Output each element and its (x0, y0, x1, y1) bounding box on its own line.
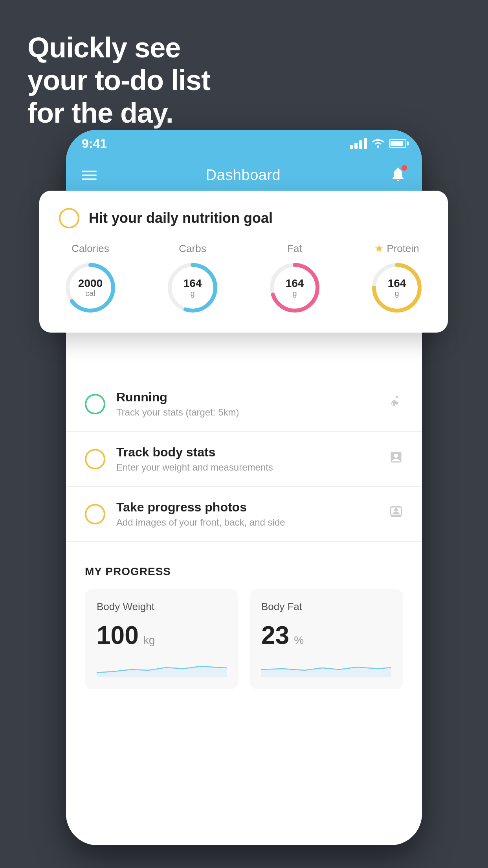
ring-carbs: Carbs 164 g (165, 243, 220, 315)
status-bar: 9:41 (66, 130, 422, 157)
hero-text: Quickly see your to-do list for the day. (28, 31, 210, 129)
nutrition-rings: Calories 2000 cal Carbs (59, 243, 428, 315)
wifi-icon (372, 137, 384, 151)
ring-protein: ★ Protein 164 g (369, 243, 424, 315)
ring-fat-unit: g (292, 289, 297, 298)
nutrition-goal-card: Hit your daily nutrition goal Calories 2… (39, 191, 448, 333)
ring-protein-unit: g (394, 289, 399, 298)
status-time: 9:41 (82, 136, 107, 151)
body-weight-chart (97, 658, 227, 677)
person-icon (389, 505, 403, 523)
background: Quickly see your to-do list for the day.… (0, 0, 488, 868)
spacer (66, 542, 422, 565)
body-fat-unit: % (294, 634, 304, 647)
ring-calories: Calories 2000 cal (63, 243, 118, 315)
body-fat-card: Body Fat 23 % (250, 589, 403, 689)
todo-circle-progress-photos (85, 504, 105, 524)
body-fat-value: 23 (261, 621, 289, 650)
notification-bell-button[interactable] (390, 166, 406, 184)
battery-icon (389, 139, 406, 148)
todo-item-body-stats[interactable]: Track body stats Enter your weight and m… (66, 432, 422, 487)
todo-subtitle-progress-photos: Add images of your front, back, and side (116, 517, 389, 528)
header-title: Dashboard (206, 167, 281, 184)
body-fat-value-row: 23 % (261, 621, 391, 650)
ring-protein-container: 164 g (369, 260, 424, 315)
hero-line1: Quickly see (28, 31, 210, 64)
todo-subtitle-running: Track your stats (target: 5km) (116, 407, 389, 418)
body-fat-chart (261, 658, 391, 677)
ring-fat-label: Fat (287, 243, 302, 255)
todo-text-progress-photos: Take progress photos Add images of your … (116, 500, 389, 528)
body-weight-card: Body Weight 100 kg (85, 589, 238, 689)
todo-item-running[interactable]: Running Track your stats (target: 5km) (66, 377, 422, 432)
todo-checkbox-nutrition[interactable] (59, 208, 79, 228)
ring-calories-label: Calories (72, 243, 109, 255)
ring-carbs-label: Carbs (179, 243, 206, 255)
todo-subtitle-body-stats: Enter your weight and measurements (116, 462, 389, 473)
ring-carbs-container: 164 g (165, 260, 220, 315)
ring-carbs-value: 164 (183, 278, 202, 289)
card-todo-title: Hit your daily nutrition goal (89, 210, 273, 226)
ring-protein-label: ★ Protein (374, 243, 419, 255)
ring-carbs-unit: g (190, 289, 194, 298)
todo-title-body-stats: Track body stats (116, 445, 389, 460)
todo-text-body-stats: Track body stats Enter your weight and m… (116, 445, 389, 473)
hero-line3: for the day. (28, 97, 210, 129)
todo-circle-body-stats (85, 449, 105, 469)
ring-calories-unit: cal (85, 289, 95, 298)
my-progress-section: MY PROGRESS Body Weight 100 kg (66, 565, 422, 705)
ring-calories-container: 2000 cal (63, 260, 118, 315)
ring-fat: Fat 164 g (267, 243, 322, 315)
todo-item-progress-photos[interactable]: Take progress photos Add images of your … (66, 487, 422, 542)
todo-circle-running (85, 394, 105, 414)
star-icon: ★ (374, 243, 383, 255)
ring-fat-value: 164 (286, 278, 304, 289)
ring-calories-value: 2000 (78, 278, 103, 289)
scale-icon (389, 450, 403, 468)
app-header: Dashboard (66, 157, 422, 193)
progress-section-title: MY PROGRESS (85, 565, 403, 578)
body-weight-value: 100 (97, 621, 139, 650)
hero-line2: your to-do list (28, 64, 210, 97)
ring-protein-value: 164 (388, 278, 406, 289)
shoe-icon (389, 395, 403, 413)
body-weight-value-row: 100 kg (97, 621, 227, 650)
body-fat-title: Body Fat (261, 601, 391, 613)
ring-fat-container: 164 g (267, 260, 322, 315)
body-weight-title: Body Weight (97, 601, 227, 613)
todo-title-progress-photos: Take progress photos (116, 500, 389, 515)
signal-icon (350, 138, 367, 149)
hamburger-menu-button[interactable] (82, 171, 97, 180)
notification-dot (402, 165, 407, 171)
progress-cards: Body Weight 100 kg (85, 589, 403, 689)
card-header-row: Hit your daily nutrition goal (59, 208, 428, 228)
status-icons (350, 137, 406, 151)
body-weight-unit: kg (143, 634, 155, 647)
todo-text-running: Running Track your stats (target: 5km) (116, 390, 389, 418)
todo-title-running: Running (116, 390, 389, 405)
